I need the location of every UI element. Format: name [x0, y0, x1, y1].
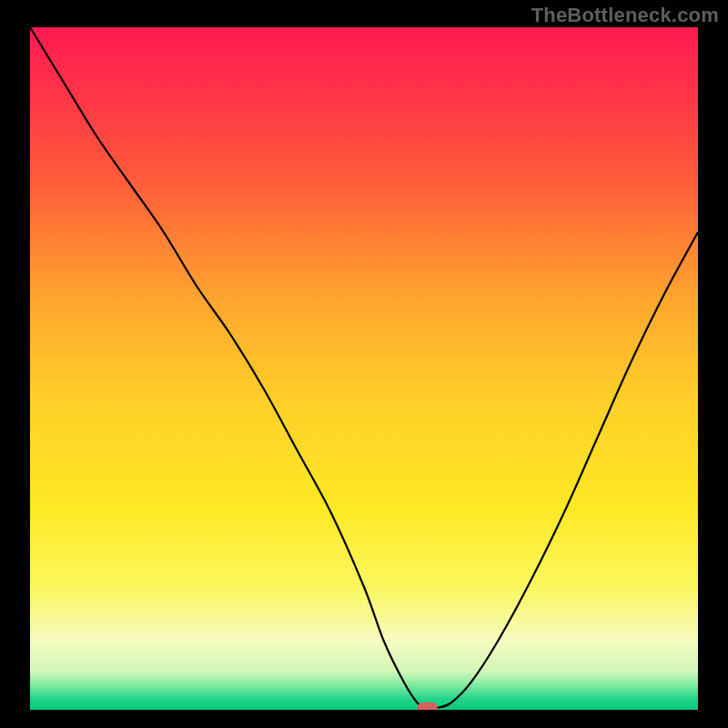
gradient-background	[30, 27, 698, 710]
plot-area	[30, 27, 698, 710]
chart-svg	[30, 27, 698, 710]
watermark-text: TheBottleneck.com	[531, 4, 719, 27]
optimal-point-marker	[418, 703, 438, 710]
chart-container: TheBottleneck.com	[0, 0, 728, 728]
